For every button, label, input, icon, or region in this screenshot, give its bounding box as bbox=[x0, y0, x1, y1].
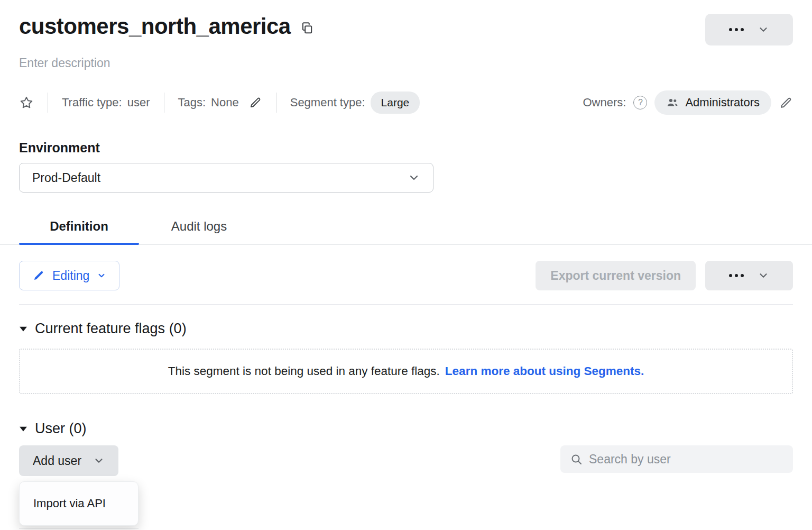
chevron-down-icon bbox=[93, 455, 105, 467]
tags-meta: Tags: None bbox=[178, 96, 262, 109]
feature-flags-section-header[interactable]: Current feature flags (0) bbox=[19, 321, 793, 337]
owners-badge[interactable]: Administrators bbox=[654, 90, 771, 115]
meta-divider bbox=[276, 93, 276, 113]
traffic-type-meta: Traffic type: user bbox=[62, 96, 150, 109]
segment-detail-page: customers_north_america Enter descriptio… bbox=[0, 0, 812, 530]
toolbar-right: Export current version bbox=[536, 261, 793, 290]
export-version-button[interactable]: Export current version bbox=[536, 261, 696, 290]
pencil-icon bbox=[32, 269, 45, 282]
ellipsis-icon bbox=[729, 28, 744, 31]
segment-type-badge: Large bbox=[371, 92, 420, 114]
page-actions-button[interactable] bbox=[705, 14, 793, 45]
definition-actions-button[interactable] bbox=[705, 261, 793, 290]
menu-item-import-via-api[interactable]: Import via API bbox=[20, 485, 138, 522]
pencil-icon[interactable] bbox=[779, 96, 793, 110]
caret-down-icon bbox=[19, 426, 27, 432]
environment-selected-value: Prod-Default bbox=[32, 171, 100, 185]
user-row: Add user Import via API bbox=[19, 445, 793, 476]
question-circle-icon[interactable] bbox=[633, 96, 647, 109]
tags-label: Tags: bbox=[178, 96, 206, 109]
segment-type-label: Segment type: bbox=[290, 96, 365, 109]
title-row: customers_north_america bbox=[19, 14, 793, 45]
owners-value: Administrators bbox=[685, 96, 760, 109]
caret-down-icon bbox=[19, 326, 27, 332]
owners-label: Owners: bbox=[583, 96, 626, 109]
traffic-type-value: user bbox=[127, 96, 150, 109]
environment-select[interactable]: Prod-Default bbox=[19, 163, 433, 193]
user-section-title: User (0) bbox=[35, 421, 87, 437]
chevron-down-icon bbox=[408, 171, 420, 184]
meta-row: Traffic type: user Tags: None Segment ty… bbox=[19, 90, 793, 115]
editing-status-button[interactable]: Editing bbox=[19, 261, 119, 290]
environment-label: Environment bbox=[19, 140, 793, 156]
toolbar-divider bbox=[19, 304, 793, 305]
page-title: customers_north_america bbox=[19, 14, 291, 39]
tags-value: None bbox=[211, 96, 239, 109]
description-placeholder[interactable]: Enter description bbox=[19, 56, 793, 70]
empty-state-text: This segment is not being used in any fe… bbox=[168, 364, 440, 378]
tab-definition[interactable]: Definition bbox=[19, 212, 139, 244]
add-user-wrap: Add user Import via API bbox=[19, 445, 118, 476]
traffic-type-label: Traffic type: bbox=[62, 96, 122, 109]
tab-audit-logs[interactable]: Audit logs bbox=[139, 212, 259, 244]
add-user-label: Add user bbox=[33, 454, 81, 468]
definition-toolbar: Editing Export current version bbox=[19, 261, 793, 290]
editing-label: Editing bbox=[52, 269, 89, 283]
people-icon bbox=[666, 96, 679, 109]
user-section-header[interactable]: User (0) bbox=[19, 421, 793, 437]
add-user-button[interactable]: Add user bbox=[19, 445, 118, 476]
title-group: customers_north_america bbox=[19, 14, 314, 39]
meta-divider bbox=[48, 93, 48, 113]
add-user-menu: Import via API bbox=[19, 481, 139, 526]
meta-divider bbox=[164, 93, 164, 113]
learn-more-link[interactable]: Learn more about using Segments. bbox=[445, 364, 644, 378]
feature-flags-empty-state: This segment is not being used in any fe… bbox=[19, 349, 793, 394]
feature-flags-section-title: Current feature flags (0) bbox=[35, 321, 187, 337]
tab-bar: Definition Audit logs bbox=[0, 212, 812, 245]
search-icon bbox=[570, 453, 583, 465]
owners-cluster: Owners: Administrators bbox=[583, 90, 793, 115]
segment-type-meta: Segment type: Large bbox=[290, 92, 420, 114]
chevron-down-icon bbox=[97, 271, 106, 280]
ellipsis-icon bbox=[729, 274, 744, 277]
search-by-user-input[interactable] bbox=[589, 452, 783, 467]
copy-icon[interactable] bbox=[300, 21, 314, 35]
chevron-down-icon bbox=[758, 24, 769, 35]
pencil-icon[interactable] bbox=[248, 96, 262, 109]
user-search-box bbox=[560, 445, 793, 473]
star-icon[interactable] bbox=[19, 95, 34, 110]
chevron-down-icon bbox=[758, 270, 769, 281]
cutoff-card-edge bbox=[19, 528, 139, 528]
